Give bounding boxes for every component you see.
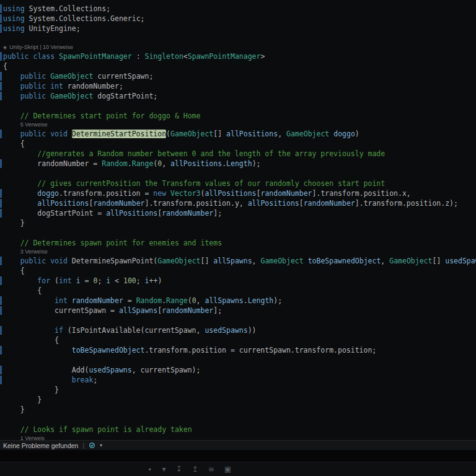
codelens-text[interactable]: Unity-Skript | 10 Verweise xyxy=(9,44,73,50)
code-token[interactable]: allSpawns xyxy=(205,296,243,305)
code-token[interactable]: toBeSpawnedObject xyxy=(72,346,145,355)
open-window-icon[interactable]: ▣ xyxy=(224,465,231,473)
code-token[interactable]: Vector3 xyxy=(170,189,200,198)
code-token[interactable]: // Determines spawn point for enemies an… xyxy=(20,239,222,247)
code-token[interactable]: i xyxy=(76,276,81,285)
code-line[interactable]: randomNumber = Random.Range(0, allPositi… xyxy=(0,159,476,169)
code-token[interactable]: = xyxy=(123,296,136,305)
code-token[interactable]: dogStartPoint = xyxy=(37,209,106,218)
code-token[interactable]: [ xyxy=(299,199,304,208)
code-line[interactable]: public class SpawnPointManager : Singlet… xyxy=(0,51,476,61)
codelens-line[interactable]: 3 Verweise xyxy=(0,248,476,256)
code-token[interactable]: using xyxy=(3,4,25,13)
code-token[interactable]: Random xyxy=(136,296,162,305)
code-token[interactable]: // Determines start point for doggo & Ho… xyxy=(20,112,201,120)
blank-line[interactable] xyxy=(0,101,476,111)
code-line[interactable]: { xyxy=(0,139,476,149)
step-out-icon[interactable]: ↥ xyxy=(192,465,198,473)
code-token[interactable]: 0 xyxy=(192,296,196,305)
blank-line[interactable] xyxy=(0,415,476,425)
code-token[interactable]: ]; xyxy=(213,306,222,315)
more-dot-icon[interactable]: ∙ xyxy=(148,465,152,473)
code-token[interactable] xyxy=(72,276,76,285)
code-token[interactable]: // Looks if spawn point is already taken xyxy=(20,425,192,434)
code-token[interactable]: SpawnPointManager xyxy=(59,52,132,61)
code-token[interactable]: .transform.position = xyxy=(59,189,153,198)
code-token[interactable]: GameObject xyxy=(286,130,329,138)
code-line[interactable]: dogStartPoint = allPositions[randomNumbe… xyxy=(0,208,476,218)
code-token[interactable]: Length xyxy=(226,159,252,168)
code-token[interactable]: 100 xyxy=(123,276,136,285)
code-line[interactable]: using UnityEngine; xyxy=(0,24,476,33)
code-token[interactable]: Singleton xyxy=(145,52,183,61)
code-token[interactable]: // gives currentPosition the Transform v… xyxy=(37,179,385,188)
code-token[interactable]: allSpawns xyxy=(119,306,157,315)
code-line[interactable]: for (int i = 0; i < 100; i++) xyxy=(0,276,476,286)
code-token[interactable]: System.Collections; xyxy=(25,4,110,13)
code-token[interactable]: public class xyxy=(3,52,59,61)
code-token[interactable]: , xyxy=(196,296,205,305)
code-token[interactable]: randomNumber xyxy=(162,306,213,315)
code-token[interactable]: ; xyxy=(97,276,106,285)
code-token[interactable]: ( xyxy=(50,276,59,285)
code-line[interactable]: public void DetermineSpawnPoint(GameObje… xyxy=(0,256,476,266)
code-token[interactable]: )) xyxy=(248,326,257,335)
code-token[interactable]: < xyxy=(110,276,123,285)
codelens-line[interactable]: 1 Verweis xyxy=(0,434,476,440)
code-token[interactable]: , xyxy=(162,159,170,168)
code-token[interactable]: , currentSpawn); xyxy=(132,366,201,374)
code-token[interactable]: SpawnPointManager xyxy=(188,52,261,61)
code-line[interactable]: Add(usedSpawns, currentSpawn); xyxy=(0,365,476,375)
code-line[interactable]: allPositions[randomNumber].transform.pos… xyxy=(0,198,476,208)
code-token[interactable]: = xyxy=(81,276,94,285)
code-token[interactable]: int xyxy=(59,276,72,285)
code-token[interactable]: Range xyxy=(132,159,154,168)
list-icon[interactable]: ≡ xyxy=(208,465,214,473)
problems-indicator[interactable]: Keine Probleme gefunden xyxy=(3,442,78,449)
code-token[interactable]: break xyxy=(72,376,94,384)
code-token[interactable]: public void xyxy=(20,257,72,265)
code-token[interactable]: } xyxy=(20,219,25,227)
code-token[interactable]: usedSpawns xyxy=(205,326,247,335)
code-token[interactable]: } xyxy=(55,386,59,394)
code-token[interactable]: GameObject xyxy=(157,257,200,265)
code-token[interactable]: ].transform.position.x, xyxy=(312,189,411,198)
code-token[interactable]: new xyxy=(153,189,170,198)
code-token[interactable]: for xyxy=(37,276,50,285)
code-token[interactable]: usedSpawns xyxy=(445,257,476,265)
code-token[interactable]: [] xyxy=(201,257,214,265)
blank-line[interactable] xyxy=(0,228,476,238)
code-token[interactable]: ); xyxy=(273,296,282,305)
code-token[interactable] xyxy=(68,296,72,305)
code-line[interactable]: doggo.transform.position = new Vector3(a… xyxy=(0,188,476,198)
blank-line[interactable] xyxy=(0,169,476,178)
code-line[interactable]: break; xyxy=(0,375,476,385)
code-line[interactable]: } xyxy=(0,218,476,228)
code-token[interactable]: ; xyxy=(136,276,145,285)
code-token[interactable]: randomNumber xyxy=(162,209,213,218)
code-token[interactable]: public int xyxy=(20,82,63,90)
code-line[interactable]: using System.Collections.Generic; xyxy=(0,14,476,24)
code-token[interactable]: DetermineSpawnPoint( xyxy=(72,257,157,265)
code-line[interactable]: { xyxy=(0,335,476,345)
code-token[interactable]: .transform.position = currentSpawn.trans… xyxy=(144,346,376,355)
code-line[interactable]: // Determines spawn point for enemies an… xyxy=(0,238,476,248)
code-token[interactable]: > xyxy=(260,52,265,61)
code-token[interactable] xyxy=(304,257,308,265)
code-token[interactable]: [] xyxy=(213,130,226,138)
code-token[interactable]: (IsPointAvailable(currentSpawn, xyxy=(63,326,205,335)
code-token[interactable]: , xyxy=(252,257,261,265)
codelens-line[interactable]: 5 Verweise xyxy=(0,121,476,129)
blank-line[interactable] xyxy=(0,33,476,43)
code-token[interactable]: { xyxy=(3,62,7,71)
code-token[interactable]: System.Collections.Generic; xyxy=(25,14,145,23)
codelens-line[interactable]: ◈Unity-Skript | 10 Verweise xyxy=(0,43,476,51)
code-token[interactable]: Add( xyxy=(72,366,89,374)
code-token[interactable]: currentSpawn; xyxy=(93,72,153,81)
code-token[interactable]: GameObject xyxy=(260,257,303,265)
code-token[interactable]: } xyxy=(37,395,42,404)
code-token[interactable]: using xyxy=(3,24,25,33)
code-line[interactable]: } xyxy=(0,405,476,415)
code-token[interactable]: allPositions xyxy=(205,189,256,198)
code-token[interactable]: ; xyxy=(93,376,97,384)
